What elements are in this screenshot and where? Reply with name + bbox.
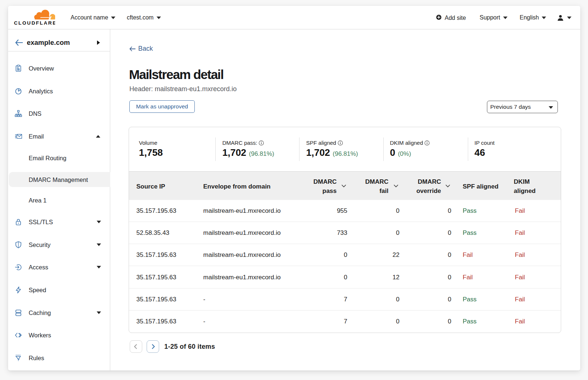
- svg-text:CLOUDFLARE: CLOUDFLARE: [14, 20, 55, 26]
